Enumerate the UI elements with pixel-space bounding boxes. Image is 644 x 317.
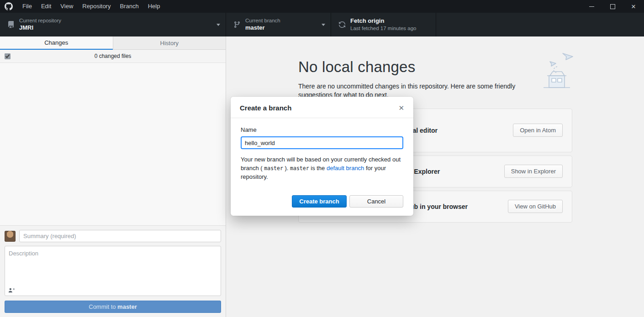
sidebar: Changes History 0 changed files Commit t… (0, 36, 226, 317)
chevron-down-icon (216, 24, 220, 26)
tab-changes[interactable]: Changes (0, 36, 113, 50)
menu-edit[interactable]: Edit (37, 0, 56, 13)
default-branch-link[interactable]: default branch (327, 165, 364, 171)
menu-repository[interactable]: Repository (78, 0, 115, 13)
menu-help[interactable]: Help (143, 0, 165, 13)
page-title: No local changes (298, 58, 572, 76)
commit-button[interactable]: Commit to master (5, 301, 221, 313)
dialog-close-button[interactable]: ✕ (398, 104, 404, 111)
branch-name-label: Name (241, 126, 403, 133)
close-button[interactable]: ✕ (623, 0, 644, 13)
branch-name-input[interactable] (241, 136, 403, 149)
changes-list[interactable] (0, 63, 226, 225)
menu-view[interactable]: View (56, 0, 78, 13)
tab-history[interactable]: History (113, 36, 226, 50)
current-repository-label: Current repository (19, 17, 213, 24)
create-branch-dialog: Create a branch ✕ Name Your new branch w… (231, 97, 413, 216)
menu-file[interactable]: File (18, 0, 37, 13)
show-in-explorer-button[interactable]: Show in Explorer (504, 165, 563, 178)
current-branch-label: Current branch (245, 17, 318, 24)
branch-icon (233, 21, 241, 28)
close-icon: ✕ (398, 104, 404, 112)
fetch-origin-sublabel: Last fetched 17 minutes ago (350, 25, 430, 32)
commit-description-input[interactable] (5, 246, 221, 285)
current-repository-name: JMRI (19, 24, 213, 32)
open-in-atom-button[interactable]: Open in Atom (513, 124, 563, 137)
github-logo-icon (5, 2, 13, 10)
branch-ref: master (290, 165, 309, 171)
close-icon: ✕ (631, 4, 636, 10)
view-on-github-button[interactable]: View on GitHub (508, 200, 563, 213)
toolbar: Current repository JMRI Current branch m… (0, 13, 644, 36)
dialog-header: Create a branch ✕ (231, 97, 413, 118)
add-co-authors-icon[interactable] (5, 285, 221, 296)
dialog-body: Name Your new branch will be based on yo… (231, 118, 413, 181)
current-branch-selector[interactable]: Current branch master (226, 13, 331, 36)
branch-ref: master (264, 165, 283, 171)
chevron-down-icon (322, 24, 325, 26)
current-branch-name: master (245, 24, 318, 32)
menu-branch[interactable]: Branch (115, 0, 143, 13)
dialog-description: Your new branch will be based on your cu… (241, 155, 403, 181)
menu-bar: File Edit View Repository Branch Help (18, 0, 164, 13)
window-controls: ✕ (581, 0, 644, 13)
avatar (5, 231, 16, 242)
commit-summary-input[interactable] (19, 230, 221, 242)
select-all-checkbox[interactable] (5, 53, 11, 59)
sidebar-tabs: Changes History (0, 36, 226, 50)
sync-icon (338, 21, 346, 28)
dialog-text: ). (285, 165, 289, 171)
dialog-title: Create a branch (240, 104, 291, 112)
maximize-icon (610, 4, 615, 9)
titlebar: File Edit View Repository Branch Help ✕ (0, 0, 644, 13)
minimize-icon (589, 6, 594, 7)
changed-files-header: 0 changed files (0, 50, 226, 63)
commit-form: Commit to master (0, 225, 226, 317)
dialog-footer: Create branch Cancel (231, 181, 413, 216)
fetch-origin-label: Fetch origin (350, 17, 430, 25)
minimize-button[interactable] (581, 0, 602, 13)
current-repository-selector[interactable]: Current repository JMRI (0, 13, 226, 36)
toolbar-spacer (436, 13, 644, 36)
create-branch-button[interactable]: Create branch (292, 195, 347, 208)
cancel-button[interactable]: Cancel (349, 195, 403, 208)
maximize-button[interactable] (602, 0, 623, 13)
fetch-origin-button[interactable]: Fetch origin Last fetched 17 minutes ago (331, 13, 436, 36)
commit-description-box (5, 246, 221, 296)
changed-files-count: 0 changed files (95, 53, 132, 59)
dialog-text: is the (311, 165, 325, 171)
repo-icon (7, 21, 15, 28)
